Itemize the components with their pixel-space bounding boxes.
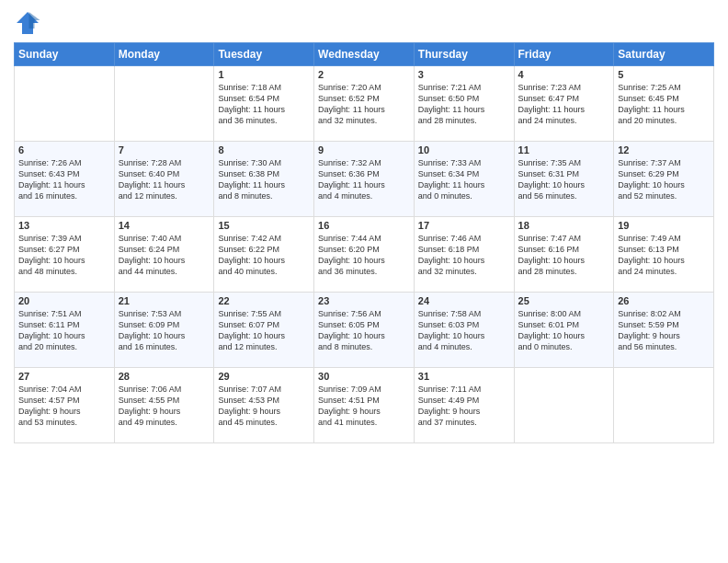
- day-number: 8: [218, 144, 310, 155]
- calendar-week-row: 13Sunrise: 7:39 AM Sunset: 6:27 PM Dayli…: [15, 217, 714, 293]
- day-number: 28: [119, 371, 210, 382]
- calendar-cell: 19Sunrise: 7:49 AM Sunset: 6:13 PM Dayli…: [614, 217, 714, 293]
- calendar-cell: 17Sunrise: 7:46 AM Sunset: 6:18 PM Dayli…: [414, 217, 514, 293]
- day-number: 13: [18, 220, 110, 231]
- calendar-cell: [114, 66, 214, 142]
- calendar-cell: 8Sunrise: 7:30 AM Sunset: 6:38 PM Daylig…: [214, 142, 314, 217]
- calendar-cell: 21Sunrise: 7:53 AM Sunset: 6:09 PM Dayli…: [114, 293, 214, 368]
- day-number: 4: [518, 69, 610, 80]
- day-number: 29: [218, 371, 310, 382]
- day-info: Sunrise: 7:07 AM Sunset: 4:53 PM Dayligh…: [218, 384, 310, 429]
- day-number: 24: [418, 295, 510, 306]
- day-info: Sunrise: 7:06 AM Sunset: 4:55 PM Dayligh…: [119, 384, 210, 429]
- calendar-cell: 5Sunrise: 7:25 AM Sunset: 6:45 PM Daylig…: [614, 66, 714, 142]
- day-number: 22: [218, 295, 310, 306]
- calendar-week-row: 20Sunrise: 7:51 AM Sunset: 6:11 PM Dayli…: [15, 293, 714, 368]
- calendar-cell: 16Sunrise: 7:44 AM Sunset: 6:20 PM Dayli…: [314, 217, 415, 293]
- calendar-cell: 7Sunrise: 7:28 AM Sunset: 6:40 PM Daylig…: [114, 142, 214, 217]
- calendar-cell: 15Sunrise: 7:42 AM Sunset: 6:22 PM Dayli…: [214, 217, 314, 293]
- calendar-cell: 18Sunrise: 7:47 AM Sunset: 6:16 PM Dayli…: [514, 217, 614, 293]
- day-number: 25: [518, 295, 610, 306]
- calendar-cell: 13Sunrise: 7:39 AM Sunset: 6:27 PM Dayli…: [15, 217, 115, 293]
- day-number: 9: [318, 144, 410, 155]
- weekday-header-tuesday: Tuesday: [214, 43, 314, 66]
- calendar-cell: 14Sunrise: 7:40 AM Sunset: 6:24 PM Dayli…: [114, 217, 214, 293]
- calendar-cell: 9Sunrise: 7:32 AM Sunset: 6:36 PM Daylig…: [314, 142, 415, 217]
- day-info: Sunrise: 7:40 AM Sunset: 6:24 PM Dayligh…: [119, 233, 210, 278]
- day-info: Sunrise: 7:46 AM Sunset: 6:18 PM Dayligh…: [418, 233, 510, 278]
- day-info: Sunrise: 7:58 AM Sunset: 6:03 PM Dayligh…: [418, 308, 510, 353]
- day-info: Sunrise: 8:00 AM Sunset: 6:01 PM Dayligh…: [518, 308, 610, 353]
- day-info: Sunrise: 7:42 AM Sunset: 6:22 PM Dayligh…: [218, 233, 310, 278]
- calendar-cell: 4Sunrise: 7:23 AM Sunset: 6:47 PM Daylig…: [514, 66, 614, 142]
- weekday-header-thursday: Thursday: [414, 43, 514, 66]
- day-info: Sunrise: 7:49 AM Sunset: 6:13 PM Dayligh…: [618, 233, 710, 278]
- calendar-cell: [614, 368, 714, 443]
- weekday-header-friday: Friday: [514, 43, 614, 66]
- calendar-table: SundayMondayTuesdayWednesdayThursdayFrid…: [14, 42, 714, 443]
- day-number: 18: [518, 220, 610, 231]
- day-info: Sunrise: 7:32 AM Sunset: 6:36 PM Dayligh…: [318, 157, 410, 202]
- day-number: 10: [418, 144, 510, 155]
- calendar-cell: 12Sunrise: 7:37 AM Sunset: 6:29 PM Dayli…: [614, 142, 714, 217]
- day-number: 20: [18, 295, 110, 306]
- calendar-week-row: 1Sunrise: 7:18 AM Sunset: 6:54 PM Daylig…: [15, 66, 714, 142]
- page-header: [14, 9, 714, 37]
- calendar-cell: 24Sunrise: 7:58 AM Sunset: 6:03 PM Dayli…: [414, 293, 514, 368]
- day-info: Sunrise: 7:55 AM Sunset: 6:07 PM Dayligh…: [218, 308, 310, 353]
- day-number: 12: [618, 144, 710, 155]
- calendar-cell: 27Sunrise: 7:04 AM Sunset: 4:57 PM Dayli…: [15, 368, 115, 443]
- day-number: 7: [119, 144, 210, 155]
- day-info: Sunrise: 7:51 AM Sunset: 6:11 PM Dayligh…: [18, 308, 110, 353]
- day-number: 27: [18, 371, 110, 382]
- day-number: 30: [318, 371, 410, 382]
- day-number: 6: [18, 144, 110, 155]
- day-info: Sunrise: 7:04 AM Sunset: 4:57 PM Dayligh…: [18, 384, 110, 429]
- day-info: Sunrise: 7:39 AM Sunset: 6:27 PM Dayligh…: [18, 233, 110, 278]
- day-info: Sunrise: 7:20 AM Sunset: 6:52 PM Dayligh…: [318, 82, 410, 127]
- calendar-week-row: 27Sunrise: 7:04 AM Sunset: 4:57 PM Dayli…: [15, 368, 714, 443]
- weekday-header-monday: Monday: [114, 43, 214, 66]
- svg-marker-1: [29, 12, 40, 29]
- day-info: Sunrise: 7:09 AM Sunset: 4:51 PM Dayligh…: [318, 384, 410, 429]
- calendar-cell: 2Sunrise: 7:20 AM Sunset: 6:52 PM Daylig…: [314, 66, 415, 142]
- calendar-cell: 22Sunrise: 7:55 AM Sunset: 6:07 PM Dayli…: [214, 293, 314, 368]
- calendar-cell: [15, 66, 115, 142]
- day-number: 21: [119, 295, 210, 306]
- calendar-cell: 11Sunrise: 7:35 AM Sunset: 6:31 PM Dayli…: [514, 142, 614, 217]
- weekday-header-sunday: Sunday: [15, 43, 115, 66]
- calendar-cell: 29Sunrise: 7:07 AM Sunset: 4:53 PM Dayli…: [214, 368, 314, 443]
- day-number: 5: [618, 69, 710, 80]
- calendar-cell: 28Sunrise: 7:06 AM Sunset: 4:55 PM Dayli…: [114, 368, 214, 443]
- day-info: Sunrise: 7:35 AM Sunset: 6:31 PM Dayligh…: [518, 157, 610, 202]
- calendar-cell: 3Sunrise: 7:21 AM Sunset: 6:50 PM Daylig…: [414, 66, 514, 142]
- day-info: Sunrise: 7:53 AM Sunset: 6:09 PM Dayligh…: [119, 308, 210, 353]
- day-info: Sunrise: 8:02 AM Sunset: 5:59 PM Dayligh…: [618, 308, 710, 353]
- day-info: Sunrise: 7:11 AM Sunset: 4:49 PM Dayligh…: [418, 384, 510, 429]
- calendar-cell: 25Sunrise: 8:00 AM Sunset: 6:01 PM Dayli…: [514, 293, 614, 368]
- day-info: Sunrise: 7:25 AM Sunset: 6:45 PM Dayligh…: [618, 82, 710, 127]
- day-number: 1: [218, 69, 310, 80]
- calendar-cell: 1Sunrise: 7:18 AM Sunset: 6:54 PM Daylig…: [214, 66, 314, 142]
- day-number: 15: [218, 220, 310, 231]
- day-info: Sunrise: 7:18 AM Sunset: 6:54 PM Dayligh…: [218, 82, 310, 127]
- calendar-week-row: 6Sunrise: 7:26 AM Sunset: 6:43 PM Daylig…: [15, 142, 714, 217]
- day-info: Sunrise: 7:44 AM Sunset: 6:20 PM Dayligh…: [318, 233, 410, 278]
- day-number: 2: [318, 69, 410, 80]
- calendar-cell: 6Sunrise: 7:26 AM Sunset: 6:43 PM Daylig…: [15, 142, 115, 217]
- calendar-cell: 23Sunrise: 7:56 AM Sunset: 6:05 PM Dayli…: [314, 293, 415, 368]
- day-number: 3: [418, 69, 510, 80]
- day-info: Sunrise: 7:30 AM Sunset: 6:38 PM Dayligh…: [218, 157, 310, 202]
- day-number: 23: [318, 295, 410, 306]
- weekday-header-saturday: Saturday: [614, 43, 714, 66]
- day-number: 26: [618, 295, 710, 306]
- calendar-header-row: SundayMondayTuesdayWednesdayThursdayFrid…: [15, 43, 714, 66]
- day-info: Sunrise: 7:26 AM Sunset: 6:43 PM Dayligh…: [18, 157, 110, 202]
- day-number: 16: [318, 220, 410, 231]
- logo: [14, 9, 45, 37]
- day-info: Sunrise: 7:33 AM Sunset: 6:34 PM Dayligh…: [418, 157, 510, 202]
- day-number: 11: [518, 144, 610, 155]
- calendar-cell: 26Sunrise: 8:02 AM Sunset: 5:59 PM Dayli…: [614, 293, 714, 368]
- day-info: Sunrise: 7:21 AM Sunset: 6:50 PM Dayligh…: [418, 82, 510, 127]
- svg-marker-0: [17, 12, 39, 34]
